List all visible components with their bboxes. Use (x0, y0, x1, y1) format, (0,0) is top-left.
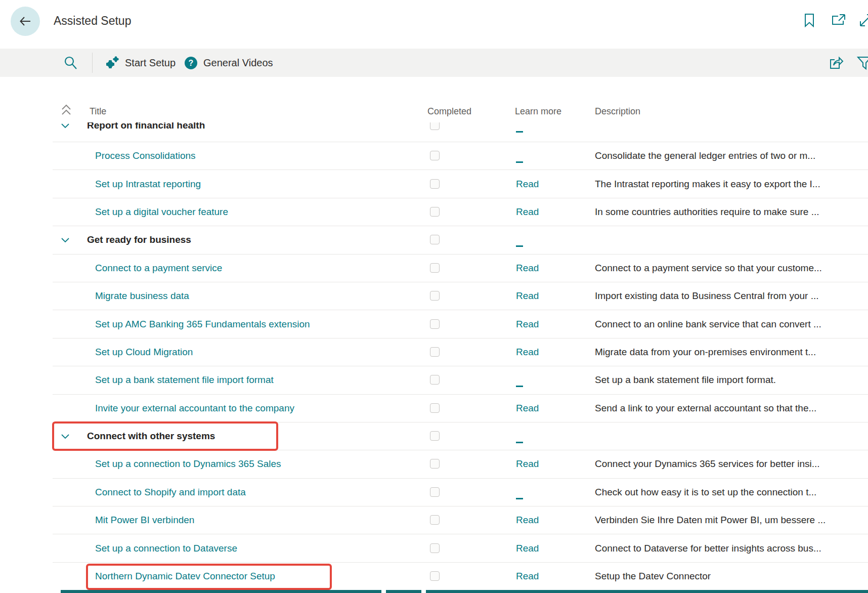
table-row-connect-with-other-systems[interactable]: Connect with other systems (53, 422, 868, 450)
column-header-completed[interactable]: Completed (427, 106, 471, 117)
row-title-link[interactable]: Set up Cloud Migration (95, 347, 193, 358)
toolbar-divider (92, 53, 93, 73)
learn-more-dash (516, 442, 523, 443)
table-row-connect-to-a-payment-service[interactable]: Connect to a payment service Read Connec… (53, 254, 868, 282)
table-row-get-ready-for-business[interactable]: Get ready for business (53, 226, 868, 253)
row-title-link[interactable]: Set up a connection to Dynamics 365 Sale… (95, 458, 281, 470)
row-title-link[interactable]: Set up Intrastat reporting (95, 179, 201, 190)
table-row-report-on-financial-health[interactable]: Report on financial health (53, 122, 868, 139)
learn-more-dash (516, 498, 523, 499)
row-title-link[interactable]: Report on financial health (87, 122, 205, 131)
row-title-link[interactable]: Invite your external accountant to the c… (95, 403, 294, 414)
completed-checkbox[interactable] (430, 487, 440, 497)
share-icon[interactable] (829, 55, 844, 70)
table-row-set-up-a-connection-to-dynamics-365-sales[interactable]: Set up a connection to Dynamics 365 Sale… (53, 450, 868, 478)
strip-gap (381, 590, 386, 593)
row-title-link[interactable]: Migrate business data (95, 290, 189, 302)
table-row-process-consolidations[interactable]: Process Consolidations Consolidate the g… (53, 142, 868, 170)
start-setup-button[interactable]: Start Setup (105, 49, 176, 77)
completed-checkbox[interactable] (430, 515, 440, 525)
row-description: Check out how easy it is to set up the c… (595, 487, 866, 498)
learn-more-dash (516, 386, 523, 387)
back-arrow-icon (18, 14, 32, 28)
row-description: The Intrastat reporting makes it easy to… (595, 179, 866, 190)
completed-checkbox[interactable] (430, 291, 440, 301)
row-title-link[interactable]: Connect with other systems (87, 431, 215, 442)
open-in-new-window-icon[interactable] (831, 13, 846, 28)
row-title-link[interactable]: Set up a connection to Dataverse (95, 543, 237, 554)
row-title-link[interactable]: Mit Power BI verbinden (95, 515, 194, 526)
filter-icon[interactable] (857, 55, 868, 70)
learn-more-read-link[interactable]: Read (516, 319, 539, 330)
learn-more-read-link[interactable]: Read (516, 206, 539, 218)
completed-checkbox[interactable] (430, 122, 440, 130)
general-videos-button[interactable]: ? General Videos (184, 49, 273, 77)
learn-more-read-link[interactable]: Read (516, 263, 539, 274)
learn-more-read-link[interactable]: Read (516, 515, 539, 526)
learn-more-read-link[interactable]: Read (516, 290, 539, 302)
completed-checkbox[interactable] (430, 347, 440, 357)
row-description: Verbinden Sie Ihre Daten mit Power BI, u… (595, 515, 866, 526)
row-description: Migrate data from your on-premises envir… (595, 347, 866, 358)
table-row-migrate-business-data[interactable]: Migrate business data Read Import existi… (53, 282, 868, 310)
row-title-link[interactable]: Process Consolidations (95, 150, 196, 161)
completed-checkbox[interactable] (430, 207, 440, 217)
strip-gap (421, 590, 426, 593)
completed-checkbox[interactable] (430, 179, 440, 189)
table-row-set-up-amc-banking-365-fundamentals-extension[interactable]: Set up AMC Banking 365 Fundamentals exte… (53, 310, 868, 337)
clipped-row-region: Report on financial health (53, 122, 868, 142)
row-description: Connect to a payment service so that you… (595, 263, 866, 274)
table-row-northern-dynamic-datev-connector-setup[interactable]: Northern Dynamic Datev Connector Setup R… (53, 562, 868, 590)
completed-checkbox[interactable] (430, 235, 440, 244)
action-toolbar: Start Setup ? General Videos (0, 49, 868, 77)
column-header-description[interactable]: Description (595, 106, 640, 117)
learn-more-read-link[interactable]: Read (516, 571, 539, 582)
row-title-link[interactable]: Connect to a payment service (95, 263, 222, 274)
learn-more-read-link[interactable]: Read (516, 347, 539, 358)
page-header: Assisted Setup (0, 0, 868, 49)
bookmark-icon[interactable] (802, 13, 817, 28)
row-title-link[interactable]: Set up a digital voucher feature (95, 206, 228, 218)
back-button[interactable] (11, 7, 40, 36)
table-row-connect-to-shopify-and-import-data[interactable]: Connect to Shopify and import data Check… (53, 478, 868, 506)
completed-checkbox[interactable] (430, 375, 440, 385)
search-button[interactable] (63, 55, 78, 70)
collapse-chevron-icon[interactable] (61, 122, 70, 130)
collapse-chevron-icon[interactable] (61, 432, 70, 440)
table-row-set-up-intrastat-reporting[interactable]: Set up Intrastat reporting Read The Intr… (53, 170, 868, 197)
sort-double-chevron-icon[interactable] (60, 103, 72, 116)
completed-checkbox[interactable] (430, 459, 440, 469)
row-title-link[interactable]: Set up a bank statement file import form… (95, 374, 274, 386)
completed-checkbox[interactable] (430, 263, 440, 273)
row-title-link[interactable]: Northern Dynamic Datev Connector Setup (95, 571, 275, 582)
table-row-set-up-a-connection-to-dataverse[interactable]: Set up a connection to Dataverse Read Co… (53, 534, 868, 562)
resize-diagonal-icon[interactable] (858, 13, 868, 28)
row-title-link[interactable]: Set up AMC Banking 365 Fundamentals exte… (95, 319, 310, 330)
column-header-learn-more[interactable]: Learn more (515, 106, 561, 117)
completed-checkbox[interactable] (430, 319, 440, 329)
completed-checkbox[interactable] (430, 403, 440, 413)
learn-more-read-link[interactable]: Read (516, 179, 539, 190)
row-title-link[interactable]: Get ready for business (87, 234, 191, 245)
row-description: Consolidate the general ledger entries o… (595, 150, 866, 161)
learn-more-dash (516, 161, 523, 163)
table-row-set-up-a-digital-voucher-feature[interactable]: Set up a digital voucher feature Read In… (53, 198, 868, 226)
table-row-mit-power-bi-verbinden[interactable]: Mit Power BI verbinden Read Verbinden Si… (53, 506, 868, 534)
start-setup-label: Start Setup (125, 57, 176, 69)
learn-more-dash (516, 131, 523, 133)
learn-more-read-link[interactable]: Read (516, 458, 539, 470)
table-row-set-up-a-bank-statement-file-import-format[interactable]: Set up a bank statement file import form… (53, 366, 868, 394)
column-header-title[interactable]: Title (90, 106, 106, 117)
help-circle-icon: ? (184, 56, 198, 70)
learn-more-read-link[interactable]: Read (516, 543, 539, 554)
completed-checkbox[interactable] (430, 543, 440, 553)
row-title-link[interactable]: Connect to Shopify and import data (95, 487, 246, 498)
collapse-chevron-icon[interactable] (61, 236, 70, 244)
completed-checkbox[interactable] (430, 151, 440, 160)
table-row-invite-your-external-accountant-to-the-company[interactable]: Invite your external accountant to the c… (53, 394, 868, 422)
table-row-set-up-cloud-migration[interactable]: Set up Cloud Migration Read Migrate data… (53, 338, 868, 366)
completed-checkbox[interactable] (430, 571, 440, 581)
completed-checkbox[interactable] (430, 431, 440, 441)
row-description: In some countries authorities require to… (595, 206, 866, 218)
learn-more-read-link[interactable]: Read (516, 403, 539, 414)
